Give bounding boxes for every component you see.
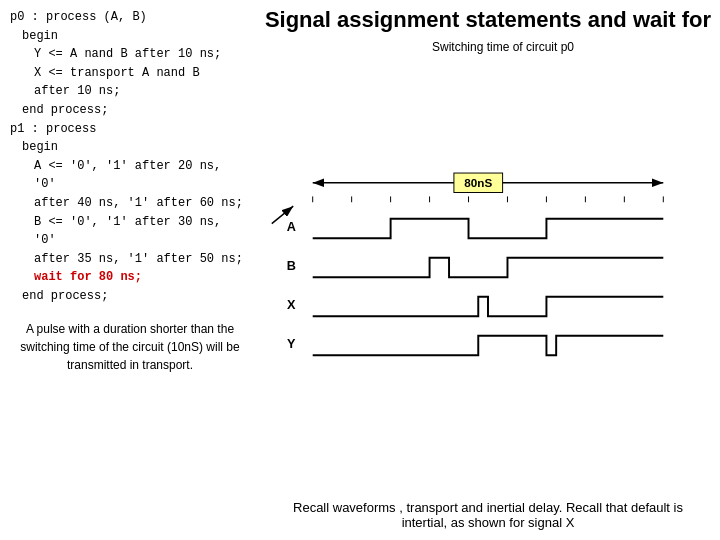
- page-title: Signal assignment statements and wait fo…: [264, 6, 712, 34]
- svg-text:B: B: [287, 259, 296, 273]
- switching-label: Switching time of circuit p0: [294, 40, 712, 54]
- code-line-3: Y <= A nand B after 10 ns;: [10, 45, 250, 64]
- code-line-14: end process;: [10, 287, 250, 306]
- code-line-5: after 10 ns;: [10, 82, 250, 101]
- svg-text:A: A: [287, 220, 296, 234]
- code-line-8: begin: [10, 138, 250, 157]
- left-panel: p0 : process (A, B) begin Y <= A nand B …: [0, 0, 260, 540]
- code-block: p0 : process (A, B) begin Y <= A nand B …: [10, 8, 250, 306]
- bottom-recall-text: Recall waveforms , transport and inertia…: [264, 494, 712, 534]
- code-line-1: p0 : process (A, B): [10, 8, 250, 27]
- svg-text:X: X: [287, 298, 296, 312]
- code-line-9: A <= '0', '1' after 20 ns, '0': [10, 157, 250, 194]
- waveform-container: 80nS A B X: [264, 60, 712, 495]
- pulse-description: A pulse with a duration shorter than the…: [10, 320, 250, 374]
- code-line-11: B <= '0', '1' after 30 ns, '0': [10, 213, 250, 250]
- code-line-2: begin: [10, 27, 250, 46]
- right-panel: Signal assignment statements and wait fo…: [260, 0, 720, 540]
- code-line-12: after 35 ns, '1' after 50 ns;: [10, 250, 250, 269]
- code-line-7: p1 : process: [10, 120, 250, 139]
- code-line-13: wait for 80 ns;: [10, 268, 250, 287]
- code-line-4: X <= transport A nand B: [10, 64, 250, 83]
- svg-text:Y: Y: [287, 337, 296, 351]
- code-line-6: end process;: [10, 101, 250, 120]
- svg-text:80nS: 80nS: [464, 175, 492, 188]
- code-line-10: after 40 ns, '1' after 60 ns;: [10, 194, 250, 213]
- waveform-svg: 80nS A B X: [264, 60, 712, 495]
- title-area: Signal assignment statements and wait fo…: [264, 6, 712, 34]
